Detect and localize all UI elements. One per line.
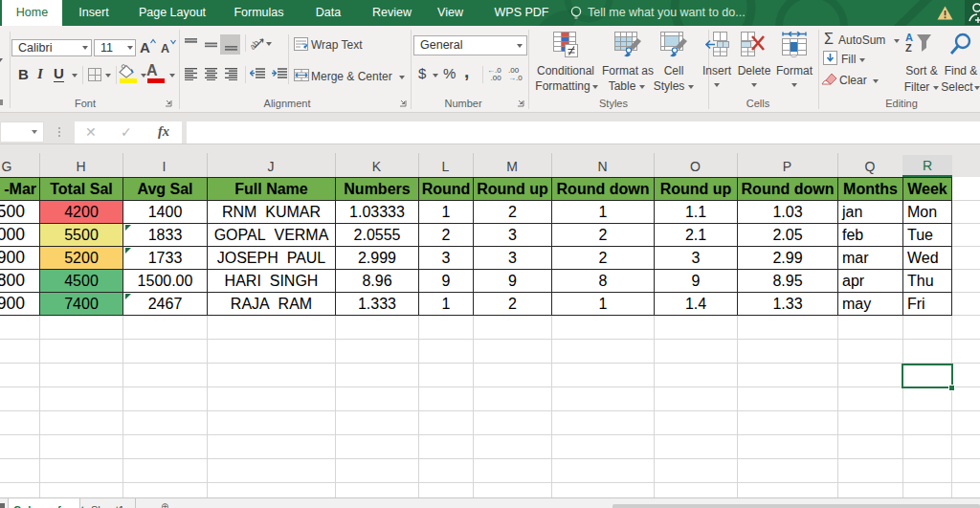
svg-text:ab: ab <box>251 38 261 51</box>
